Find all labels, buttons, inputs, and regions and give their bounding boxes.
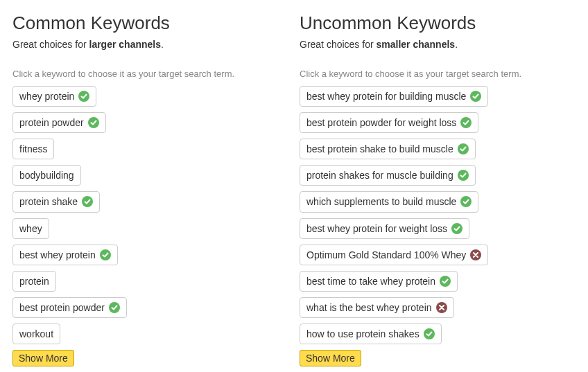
check-circle-icon xyxy=(458,143,469,154)
subtitle-bold: larger channels xyxy=(89,39,162,50)
keyword-chip[interactable]: protein powder xyxy=(12,112,106,133)
keyword-chip[interactable]: bodybuilding xyxy=(12,165,81,186)
check-circle-icon xyxy=(424,328,435,339)
x-circle-icon xyxy=(470,249,481,260)
keyword-chip[interactable]: protein shake xyxy=(12,191,100,212)
keyword-chip[interactable]: best whey protein for weight loss xyxy=(300,218,469,239)
check-circle-icon xyxy=(100,249,111,260)
keyword-label: how to use protein shakes xyxy=(306,328,420,340)
keyword-label: protein xyxy=(19,275,49,287)
subtitle-prefix: Great choices for xyxy=(300,39,377,50)
subtitle-suffix: . xyxy=(161,39,164,50)
subtitle-prefix: Great choices for xyxy=(12,39,89,50)
check-circle-icon xyxy=(78,91,89,102)
show-more-button[interactable]: Show More xyxy=(300,350,361,366)
keyword-label: fitness xyxy=(19,143,47,155)
keyword-label: whey xyxy=(19,222,42,235)
column-uncommon: Uncommon Keywords Great choices for smal… xyxy=(294,12,576,366)
column-instruction: Click a keyword to choose it as your tar… xyxy=(12,69,283,79)
show-more-button[interactable]: Show More xyxy=(12,350,74,366)
keyword-label: protein powder xyxy=(19,116,84,129)
keyword-list-uncommon: best whey protein for building musclebes… xyxy=(300,86,576,345)
keyword-label: best whey protein for building muscle xyxy=(306,90,466,103)
keyword-label: workout xyxy=(19,328,53,340)
keyword-label: best whey protein for weight loss xyxy=(306,222,447,235)
column-title: Uncommon Keywords xyxy=(300,12,576,34)
keyword-chip[interactable]: how to use protein shakes xyxy=(300,324,442,344)
keyword-chip[interactable]: whey xyxy=(12,218,49,239)
column-common: Common Keywords Great choices for larger… xyxy=(12,12,294,366)
column-subtitle: Great choices for larger channels. xyxy=(12,38,283,52)
check-circle-icon xyxy=(88,117,99,128)
keyword-label: whey protein xyxy=(19,90,74,103)
keyword-chip[interactable]: best protein shake to build muscle xyxy=(300,139,476,159)
keyword-label: protein shake xyxy=(19,195,78,208)
keyword-label: best whey protein xyxy=(19,249,96,261)
keyword-list-common: whey proteinprotein powderfitnessbodybui… xyxy=(12,86,283,345)
check-circle-icon xyxy=(460,196,472,207)
keyword-label: which supplements to build muscle xyxy=(306,195,456,208)
keyword-label: best time to take whey protein xyxy=(306,275,435,287)
column-instruction: Click a keyword to choose it as your tar… xyxy=(300,69,576,79)
keyword-label: bodybuilding xyxy=(19,169,74,181)
column-title: Common Keywords xyxy=(12,12,283,34)
check-circle-icon xyxy=(470,91,481,102)
keyword-label: what is the best whey protein xyxy=(306,301,432,314)
subtitle-suffix: . xyxy=(455,39,458,50)
keyword-chip[interactable]: best whey protein xyxy=(12,245,118,265)
keyword-chip[interactable]: protein xyxy=(12,271,56,292)
keyword-chip[interactable]: Optimum Gold Standard 100% Whey xyxy=(300,245,488,265)
keyword-label: Optimum Gold Standard 100% Whey xyxy=(306,249,466,261)
keyword-chip[interactable]: best whey protein for building muscle xyxy=(300,86,488,107)
keyword-chip[interactable]: best time to take whey protein xyxy=(300,271,458,292)
column-subtitle: Great choices for smaller channels. xyxy=(300,38,576,52)
keyword-chip[interactable]: best protein powder for weight loss xyxy=(300,112,478,133)
subtitle-bold: smaller channels xyxy=(377,39,456,50)
x-circle-icon xyxy=(436,302,447,313)
keyword-label: protein shakes for muscle building xyxy=(306,169,453,181)
keyword-chip[interactable]: whey protein xyxy=(12,86,96,107)
check-circle-icon xyxy=(440,276,451,287)
keyword-chip[interactable]: fitness xyxy=(12,139,54,159)
keyword-label: best protein powder for weight loss xyxy=(306,116,456,129)
check-circle-icon xyxy=(109,302,120,313)
keyword-chip[interactable]: what is the best whey protein xyxy=(300,297,454,318)
keyword-label: best protein powder xyxy=(19,301,105,314)
keyword-chip[interactable]: best protein powder xyxy=(12,297,127,318)
keyword-chip[interactable]: which supplements to build muscle xyxy=(300,191,478,212)
keyword-chip[interactable]: protein shakes for muscle building xyxy=(300,165,476,186)
check-circle-icon xyxy=(460,117,472,128)
keyword-label: best protein shake to build muscle xyxy=(306,143,453,155)
keyword-chip[interactable]: workout xyxy=(12,324,60,344)
keyword-columns: Common Keywords Great choices for larger… xyxy=(12,12,576,366)
check-circle-icon xyxy=(458,170,469,181)
check-circle-icon xyxy=(451,223,462,234)
check-circle-icon xyxy=(82,196,93,207)
